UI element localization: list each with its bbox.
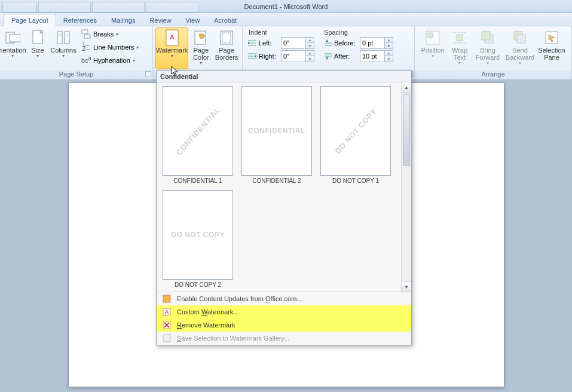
scroll-down-arrow-icon[interactable]: ▼ bbox=[402, 281, 411, 292]
indent-right-value[interactable] bbox=[282, 51, 305, 62]
bg-tab bbox=[92, 2, 145, 13]
chevron-down-icon: ▾ bbox=[200, 60, 202, 66]
indent-right-input[interactable]: ▲▼ bbox=[281, 50, 314, 62]
menu-save-selection: Save Selection to Watermark Gallery... bbox=[157, 332, 411, 345]
hyphenation-button[interactable]: bca- Hyphenation ▾ bbox=[79, 54, 141, 67]
hyphenation-icon: bca- bbox=[81, 56, 91, 65]
window-title: Document1 - Microsoft Word bbox=[244, 3, 328, 10]
orientation-button[interactable]: rientation ▾ bbox=[0, 27, 26, 69]
svg-rect-3 bbox=[57, 32, 62, 44]
watermark-thumb: CONFIDENTIAL bbox=[163, 86, 233, 176]
bg-tab bbox=[38, 2, 91, 13]
chevron-down-icon: ▾ bbox=[432, 53, 434, 59]
spacing-before-input[interactable]: ▲▼ bbox=[360, 37, 393, 49]
breaks-icon bbox=[81, 29, 91, 39]
size-button[interactable]: Size ▾ bbox=[26, 27, 49, 69]
indent-left-label: Left: bbox=[259, 39, 279, 47]
size-icon bbox=[29, 29, 47, 46]
chevron-down-icon: ▾ bbox=[458, 60, 461, 66]
watermark-item-do-not-copy-1[interactable]: DO NOT COPY DO NOT COPY 1 bbox=[319, 86, 392, 184]
tab-review[interactable]: Review bbox=[142, 14, 178, 26]
menu-custom-watermark[interactable]: A Custom Watermark... bbox=[157, 305, 411, 318]
watermark-gallery-grid: CONFIDENTIAL CONFIDENTIAL 1 CONFIDENTIAL… bbox=[161, 86, 400, 288]
tab-acrobat[interactable]: Acrobat bbox=[207, 14, 244, 26]
office-icon bbox=[161, 294, 172, 304]
bring-forward-icon bbox=[479, 29, 497, 46]
send-backward-button[interactable]: Send Backward ▾ bbox=[503, 27, 537, 69]
columns-button[interactable]: Columns ▾ bbox=[49, 27, 78, 69]
chevron-down-icon: ▾ bbox=[36, 53, 39, 59]
app-name: Microsoft Word bbox=[284, 3, 328, 10]
page-color-button[interactable]: Page Color ▾ bbox=[188, 27, 213, 69]
spacing-after-input[interactable]: ▲▼ bbox=[360, 50, 393, 62]
menu-remove-watermark[interactable]: Remove Watermark bbox=[157, 318, 411, 332]
indent-left-row: Left: ▲▼ bbox=[247, 36, 314, 50]
selection-pane-icon bbox=[543, 29, 561, 46]
scrollbar-thumb[interactable] bbox=[403, 94, 410, 166]
indent-left-icon bbox=[247, 39, 257, 47]
svg-rect-9 bbox=[82, 30, 88, 33]
ribbon-tabstrip: Page Layout References Mailings Review V… bbox=[0, 13, 572, 26]
indent-heading: Indent bbox=[247, 27, 314, 36]
tab-page-layout[interactable]: Page Layout bbox=[4, 14, 56, 26]
watermark-item-confidential-1[interactable]: CONFIDENTIAL CONFIDENTIAL 1 bbox=[161, 86, 234, 184]
chevron-down-icon: ▾ bbox=[171, 53, 173, 59]
watermark-button[interactable]: A Watermark ▾ bbox=[155, 27, 188, 69]
scroll-up-arrow-icon[interactable]: ▲ bbox=[402, 82, 411, 93]
menu-label: Custom Watermark... bbox=[177, 308, 239, 316]
spinner[interactable]: ▲▼ bbox=[305, 51, 314, 62]
line-numbers-button[interactable]: 12 Line Numbers ▾ bbox=[79, 41, 141, 54]
watermark-thumb: DO NOT COPY bbox=[163, 190, 233, 280]
background-window-tabs bbox=[0, 0, 198, 13]
spinner[interactable]: ▲▼ bbox=[384, 38, 393, 48]
indent-left-value[interactable] bbox=[282, 38, 305, 48]
selection-pane-label: Selection Pane bbox=[537, 47, 566, 61]
watermark-item-do-not-copy-2[interactable]: DO NOT COPY DO NOT COPY 2 bbox=[161, 190, 234, 288]
spacing-after-value[interactable] bbox=[360, 51, 384, 62]
spacing-before-value[interactable] bbox=[360, 38, 384, 48]
watermark-gallery-header: Confidential bbox=[157, 71, 411, 82]
dialog-launcher-icon[interactable] bbox=[145, 71, 151, 77]
svg-text:a-: a- bbox=[88, 56, 91, 62]
svg-rect-42 bbox=[163, 295, 170, 302]
page-borders-button[interactable]: Page Borders bbox=[213, 27, 240, 69]
breaks-button[interactable]: Breaks ▾ bbox=[79, 27, 141, 41]
tab-references[interactable]: References bbox=[56, 14, 104, 26]
svg-rect-48 bbox=[163, 335, 170, 342]
svg-rect-40 bbox=[517, 35, 525, 43]
position-button[interactable]: Position ▾ bbox=[418, 27, 447, 69]
indent-left-input[interactable]: ▲▼ bbox=[281, 37, 314, 49]
gallery-scrollbar[interactable]: ▲ ▼ bbox=[401, 82, 411, 292]
group-arrange: Position ▾ Wrap Text ▾ Bring Forward ▾ S… bbox=[415, 26, 572, 79]
selection-pane-button[interactable]: Selection Pane bbox=[537, 27, 567, 69]
spacing-after-label: After: bbox=[334, 53, 358, 60]
svg-rect-4 bbox=[65, 32, 69, 44]
orientation-icon bbox=[4, 29, 22, 46]
watermark-caption: CONFIDENTIAL 1 bbox=[173, 177, 222, 184]
watermark-item-confidential-2[interactable]: CONFIDENTIAL CONFIDENTIAL 2 bbox=[240, 86, 313, 184]
columns-icon bbox=[54, 29, 72, 46]
spinner[interactable]: ▲▼ bbox=[384, 51, 393, 62]
spinner[interactable]: ▲▼ bbox=[305, 38, 314, 48]
svg-rect-10 bbox=[84, 35, 90, 38]
menu-enable-office-updates[interactable]: Enable Content Updates from Office.com..… bbox=[157, 292, 411, 305]
wrap-text-button[interactable]: Wrap Text ▾ bbox=[447, 27, 472, 69]
hyphenation-label: Hyphenation bbox=[93, 57, 130, 64]
indent-right-icon bbox=[247, 52, 257, 60]
chevron-down-icon: ▾ bbox=[11, 53, 14, 59]
tab-mailings[interactable]: Mailings bbox=[104, 14, 142, 26]
bring-forward-button[interactable]: Bring Forward ▾ bbox=[472, 27, 503, 69]
watermark-thumb: CONFIDENTIAL bbox=[241, 86, 312, 176]
spacing-before-row: Before: ▲▼ bbox=[323, 36, 393, 50]
watermark-icon: A bbox=[163, 29, 181, 46]
save-gallery-icon bbox=[161, 333, 172, 343]
spacing-before-label: Before: bbox=[334, 39, 358, 47]
watermark-caption: CONFIDENTIAL 2 bbox=[252, 177, 301, 184]
group-label-arrange: Arrange bbox=[415, 70, 571, 79]
spacing-heading: Spacing bbox=[323, 27, 393, 36]
send-backward-label: Send Backward bbox=[504, 47, 536, 61]
tab-view[interactable]: View bbox=[178, 14, 207, 26]
menu-label: Enable Content Updates from Office.com..… bbox=[177, 295, 302, 302]
svg-rect-33 bbox=[428, 33, 433, 38]
spacing-after-icon bbox=[323, 52, 332, 60]
